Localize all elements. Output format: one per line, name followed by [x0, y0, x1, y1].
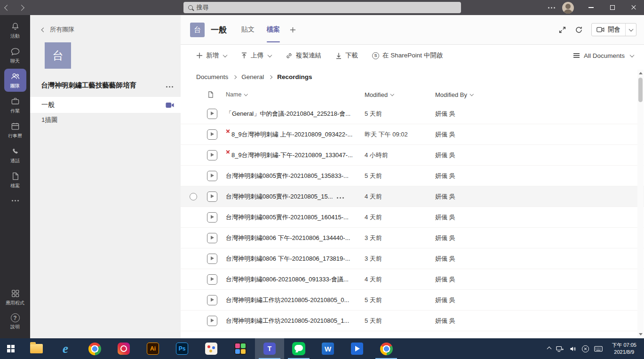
rail-bottom: 應用程式 ? 說明: [0, 286, 30, 338]
refresh-icon[interactable]: [575, 26, 583, 34]
file-row[interactable]: 台灣神明刺繡工作坊20210805-20210805_0... 5 天前 妍儀 …: [181, 290, 644, 311]
breadcrumb-recordings[interactable]: Recordings: [277, 73, 312, 80]
taskbar-media-app[interactable]: [226, 338, 255, 359]
scroll-up-icon[interactable]: [639, 72, 643, 74]
column-modified[interactable]: Modified: [365, 91, 435, 98]
file-name[interactable]: 台灣神明刺繡0805實作-20210805_15...: [226, 192, 333, 201]
team-avatar[interactable]: 台: [45, 42, 71, 69]
new-button[interactable]: 新增: [196, 51, 227, 60]
taskbar-clock[interactable]: 下午 07:05 2021/8/9: [608, 342, 640, 356]
taskbar-internet-explorer[interactable]: e: [51, 338, 80, 359]
file-row-hovered[interactable]: 台灣神明刺繡0805實作-20210805_15... 4 天前 妍儀 吳: [181, 186, 644, 207]
meet-button-main[interactable]: 開會: [592, 24, 625, 36]
chevron-left-icon: [41, 27, 46, 32]
channel-1-trace[interactable]: 1描圖: [30, 113, 181, 127]
rail-item-files[interactable]: 檔案: [4, 168, 26, 191]
add-tab-button[interactable]: [286, 15, 300, 44]
view-selector[interactable]: All Documents: [573, 52, 634, 59]
all-teams-back[interactable]: 所有團隊: [30, 15, 181, 34]
file-row[interactable]: 台灣神明刺繡0805實作-20210805_160415-... 4 天前 妍儀…: [181, 207, 644, 228]
file-name[interactable]: 台灣神明刺繡0806 下午-20210806_134440-...: [226, 234, 350, 242]
channel-main: 台 一般 貼文 檔案: [181, 15, 644, 338]
user-avatar[interactable]: [562, 2, 574, 14]
upload-button[interactable]: 上傳: [241, 51, 271, 60]
file-row[interactable]: 8_9台灣神明刺繡-下午-20210809_133047-... 4 小時前 妍…: [181, 145, 644, 166]
touch-keyboard-icon[interactable]: [594, 346, 603, 352]
search-input[interactable]: 搜尋: [183, 2, 461, 13]
rail-item-teams[interactable]: 團隊: [4, 69, 26, 92]
scrollbar-thumb[interactable]: [638, 78, 643, 102]
network-icon[interactable]: [556, 345, 564, 352]
taskbar-word[interactable]: W: [313, 338, 342, 359]
file-row[interactable]: 台灣神明刺繡0806 下午-20210806_134440-... 3 天前 妍…: [181, 228, 644, 248]
hidden-icons-button[interactable]: [548, 347, 551, 351]
file-name[interactable]: 台灣神明刺繡工作坊20210805-20210805_1...: [226, 317, 349, 325]
taskbar-movies-tv[interactable]: [342, 338, 372, 359]
file-modified: 3 天前: [365, 234, 435, 242]
meet-dropdown-button[interactable]: [625, 24, 636, 36]
file-row[interactable]: 台灣神明刺繡0806 下午-20210806_173819-... 3 天前 妍…: [181, 248, 644, 269]
clock-time: 下午 07:05: [612, 342, 636, 349]
taskbar-chrome-2[interactable]: [372, 338, 401, 359]
team-more-icon[interactable]: [166, 80, 173, 90]
rail-item-activity[interactable]: 活動: [4, 19, 26, 42]
scroll-down-icon[interactable]: [639, 333, 643, 335]
file-name[interactable]: 台灣神明刺繡0806-20210806_091333-會議...: [226, 275, 349, 284]
rail-item-calendar[interactable]: 行事曆: [4, 119, 26, 142]
rail-item-apps[interactable]: 應用程式: [4, 286, 26, 309]
start-button[interactable]: [0, 338, 22, 359]
file-row[interactable]: 8_9台灣神明刺繡 上午-20210809_093422-... 昨天 下午 0…: [181, 124, 644, 145]
file-row[interactable]: 台灣神明刺繡0805實作-20210805_135833-... 5 天前 妍儀…: [181, 166, 644, 186]
taskbar-line[interactable]: [284, 338, 313, 359]
column-name[interactable]: Name: [224, 91, 365, 98]
tab-files[interactable]: 檔案: [261, 15, 286, 44]
taskbar-paint[interactable]: [197, 338, 226, 359]
file-row[interactable]: 台灣神明刺繡0806-20210806_091333-會議... 4 天前 妍儀…: [181, 269, 644, 290]
chevron-right-icon: [233, 75, 237, 79]
file-name[interactable]: 台灣神明刺繡工作坊20210805-20210805_0...: [226, 296, 349, 304]
minimize-button[interactable]: [580, 0, 602, 15]
row-more-icon[interactable]: [340, 193, 341, 200]
tab-posts[interactable]: 貼文: [235, 15, 261, 44]
rail-item-help[interactable]: ? 說明: [4, 311, 26, 333]
file-name[interactable]: 台灣神明刺繡0805實作-20210805_160415-...: [226, 213, 349, 222]
file-name[interactable]: 「General」中的會議-20210804_225218-會...: [226, 110, 350, 118]
file-row[interactable]: 「General」中的會議-20210804_225218-會... 5 天前 …: [181, 104, 644, 124]
file-type-column-icon[interactable]: [207, 91, 214, 98]
volume-icon[interactable]: [569, 345, 577, 352]
rail-item-calls[interactable]: 通話: [4, 144, 26, 167]
file-name[interactable]: 台灣神明刺繡0805實作-20210805_135833-...: [226, 172, 349, 180]
rail-item-assignments[interactable]: 作業: [4, 94, 26, 117]
taskbar-chrome[interactable]: [80, 338, 109, 359]
channel-general[interactable]: 一般: [30, 97, 181, 113]
taskbar-photoshop[interactable]: Ps: [167, 338, 197, 359]
taskbar-illustrator[interactable]: Ai: [138, 338, 167, 359]
breadcrumb-general[interactable]: General: [241, 73, 264, 80]
download-button[interactable]: 下載: [335, 51, 358, 60]
copy-link-button[interactable]: 複製連結: [286, 51, 321, 60]
file-name[interactable]: 8_9台灣神明刺繡 上午-20210809_093422-...: [231, 130, 352, 139]
taskbar-camera-app[interactable]: [109, 338, 138, 359]
expand-icon[interactable]: [558, 26, 566, 34]
column-modified-by[interactable]: Modified By: [435, 91, 644, 98]
scrollbar[interactable]: [637, 70, 644, 338]
taskbar-file-explorer[interactable]: [22, 338, 51, 359]
forward-icon[interactable]: [14, 0, 28, 15]
row-select-radio[interactable]: [190, 193, 197, 200]
rail-more-icon[interactable]: [15, 194, 16, 207]
close-button[interactable]: [623, 0, 644, 15]
maximize-button[interactable]: [602, 0, 623, 15]
rail-item-chat[interactable]: 聊天: [4, 44, 26, 67]
taskbar-teams[interactable]: T: [255, 338, 284, 359]
open-in-sharepoint-button[interactable]: S 在 SharePoint 中開啟: [372, 51, 443, 60]
titlebar-more-icon[interactable]: [543, 0, 559, 15]
tray-circle-x-icon[interactable]: [582, 345, 589, 352]
paint-icon: [205, 343, 217, 355]
file-row[interactable]: 台灣神明刺繡工作坊20210805-20210805_1... 5 天前 妍儀 …: [181, 311, 644, 331]
chevron-right-icon: [269, 75, 272, 79]
file-name[interactable]: 8_9台灣神明刺繡-下午-20210809_133047-...: [231, 151, 353, 160]
back-icon[interactable]: [0, 0, 14, 15]
all-teams-label: 所有團隊: [50, 25, 74, 34]
breadcrumb-documents[interactable]: Documents: [196, 73, 228, 80]
file-name[interactable]: 台灣神明刺繡0806 下午-20210806_173819-...: [226, 255, 350, 263]
